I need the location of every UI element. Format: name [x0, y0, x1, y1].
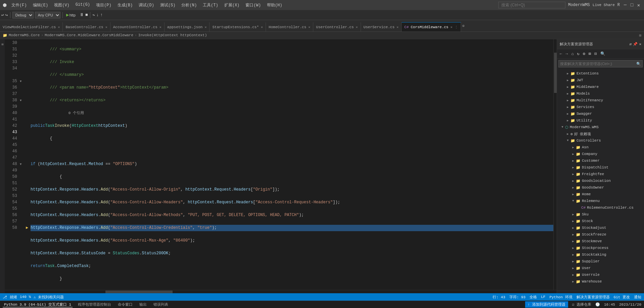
tree-expand-icon[interactable]: ▶ [565, 99, 570, 102]
scrollbar-thumb[interactable] [554, 53, 557, 93]
tree-deps[interactable]: ▶ ⚙ 好 依赖项 [557, 131, 644, 137]
tab-startupextensions[interactable]: StartupExtensions.cs* ✕ [210, 22, 266, 32]
tab-package-manager[interactable]: 程序包管理器控制台 [77, 302, 112, 307]
rp-h-scrollbar[interactable] [557, 291, 644, 293]
fold-36[interactable]: ▼ [20, 78, 25, 85]
tree-expand-icon[interactable]: ▶ [570, 179, 576, 183]
undo-icon[interactable]: ↩ [1, 12, 4, 18]
step-over-icon[interactable]: ↷ [92, 12, 95, 18]
tree-expand-icon[interactable]: ▶ [570, 186, 576, 190]
tree-expand-icon[interactable]: ▶ [570, 253, 576, 257]
panel-sync-icon[interactable]: ⇄ [630, 42, 632, 46]
account-icon[interactable]: R [617, 3, 620, 7]
redo-icon[interactable]: ↪ [5, 12, 8, 18]
tab-output[interactable]: 输出 [138, 302, 148, 307]
menu-build[interactable]: 生成(B) [115, 2, 136, 9]
menu-window[interactable]: 窗口(W) [243, 2, 264, 9]
tree-expand-icon[interactable]: ▼ [570, 199, 576, 203]
tree-supplier[interactable]: ▶ 📁 Supplier [557, 258, 644, 265]
tree-expand-icon[interactable]: ▶ [570, 172, 576, 176]
status-notifications[interactable]: 通知 [634, 295, 641, 300]
stop-icon[interactable]: ■ [85, 12, 88, 17]
tab-appsettings[interactable]: appsettings.json ✕ [165, 22, 210, 32]
select-platform-button[interactable]: ☑ 选择仓库 [572, 302, 591, 307]
global-search-input[interactable] [498, 2, 565, 8]
solution-search-box[interactable]: 🔍 [558, 60, 643, 67]
tab-close-icon[interactable]: ✕ [397, 25, 399, 29]
tree-goodslocation[interactable]: ▶ 📁 Goodslocation [557, 177, 644, 184]
tab-basecontroller[interactable]: BaseController.cs ✕ [63, 22, 110, 32]
tree-userrole[interactable]: ▶ 📁 Userrole [557, 271, 644, 278]
menu-extensions[interactable]: 扩展(X) [222, 2, 242, 9]
tree-multitenancy[interactable]: ▶ 📁 MultiTenancy [557, 97, 644, 104]
breadcrumb-namespace[interactable]: ModernWMS.Core.Middleware.CorsMiddleware [45, 33, 133, 37]
tree-services[interactable]: ▶ 📁 Services [557, 104, 644, 110]
maximize-button[interactable]: □ [629, 2, 635, 8]
tree-expand-icon[interactable]: ▶ [565, 132, 570, 136]
tab-userservice[interactable]: UserService.cs ✕ [361, 22, 402, 32]
tree-sku[interactable]: ▶ 📁 Sku [557, 211, 644, 218]
tab-error-list[interactable]: 错误列表 [152, 302, 170, 307]
code-content[interactable]: /// <summary> /// Invoke /// </summary> … [25, 39, 553, 290]
fold-39[interactable]: ▼ [20, 97, 25, 104]
tree-freightfee[interactable]: ▶ 📁 Freightfee [557, 171, 644, 177]
tree-expand-icon[interactable]: ▶ [570, 213, 576, 216]
tree-expand-icon[interactable]: ▶ [570, 260, 576, 263]
tree-expand-icon[interactable]: ▶ [565, 79, 570, 82]
tree-expand-icon[interactable]: ▶ [570, 193, 576, 196]
tree-expand-icon[interactable]: ▶ [570, 266, 576, 270]
tree-stocktaking[interactable]: ▶ 📁 Stocktaking [557, 251, 644, 258]
activity-bar-item[interactable]: ≡ [0, 43, 4, 46]
tree-modernwms-wms[interactable]: ▼ ⬡ ModernWMS.WMS [557, 124, 644, 131]
menu-file[interactable]: 文件(F) [9, 2, 30, 9]
tab-corsmiddleware[interactable]: C# CorsMiddleware.cs ✕ ⋮ [402, 22, 461, 32]
tree-controllers[interactable]: ▼ 📁 Controllers [557, 137, 644, 144]
menu-help[interactable]: 帮助(H) [264, 2, 285, 9]
tree-expand-icon[interactable]: ▶ [570, 273, 576, 277]
tree-expand-icon[interactable]: ▶ [570, 219, 576, 223]
rp-filter-icon[interactable]: ⊞ [587, 51, 592, 57]
tab-homecontroller[interactable]: HomeController.cs ✕ [266, 22, 313, 32]
tree-expand-icon[interactable]: ▶ [570, 152, 576, 156]
tab-close-icon[interactable]: ✕ [105, 25, 107, 29]
breadcrumb-method[interactable]: Invoke(HttpContext httpContext) [138, 33, 207, 37]
step-out-icon[interactable]: ↑ [100, 12, 103, 17]
tree-user[interactable]: ▶ 📁 User [557, 265, 644, 271]
tab-command[interactable]: 命令窗口 [117, 302, 134, 307]
panel-pin-icon[interactable]: 📌 [633, 42, 638, 46]
horizontal-scrollbar[interactable] [5, 290, 557, 293]
tree-stockprocess[interactable]: ▶ 📁 Stockprocess [557, 245, 644, 251]
tree-expand-icon[interactable]: ▶ [565, 119, 570, 122]
tree-expand-icon[interactable]: ▼ [560, 125, 565, 129]
tree-stockadjust[interactable]: ▶ 📁 Stockadjust [557, 224, 644, 231]
tab-accountcontroller[interactable]: AccountController.cs ✕ [110, 22, 165, 32]
tab-python-terminal[interactable]: Python 3.9 (64-bit) 交互式窗口 1 [3, 302, 73, 307]
tree-warehouse[interactable]: ▶ 📁 Warehouse [557, 278, 644, 285]
tree-expand-icon[interactable]: ▶ [565, 112, 570, 116]
tree-expand-icon[interactable]: ▶ [570, 240, 576, 243]
vertical-scrollbar[interactable] [553, 39, 557, 290]
tree-expand-icon[interactable]: ▶ [570, 226, 576, 230]
add-code-source-button[interactable]: ↑ 添加到源代码管理器 [525, 301, 568, 308]
tab-overflow-icon[interactable]: ⊕ [462, 23, 465, 29]
rp-expand-icon[interactable]: ⊡ [593, 51, 598, 57]
tree-goodsowner[interactable]: ▶ 📁 GoodsOwner [557, 184, 644, 191]
rp-search-icon[interactable]: 🔍 [599, 51, 607, 57]
close-button[interactable]: ✕ [636, 2, 641, 8]
tab-close-icon[interactable]: ✕ [159, 25, 162, 29]
solution-search-button[interactable]: 🔍 [635, 62, 642, 66]
expand-icon[interactable]: ⊞ [636, 33, 644, 38]
tree-models[interactable]: ▶ 📁 Models [557, 90, 644, 97]
tree-expand-icon[interactable]: ▶ [565, 85, 570, 89]
panel-close-icon[interactable]: ✕ [639, 42, 641, 46]
tree-company[interactable]: ▶ 📁 Company [557, 151, 644, 157]
minimize-button[interactable]: ─ [623, 2, 628, 8]
menu-analyze[interactable]: 分析(N) [179, 2, 199, 9]
tab-viewmodelactionfilter[interactable]: ViewModelActionFilter.cs ✕ [0, 22, 63, 32]
fold-49[interactable]: ▼ [20, 161, 25, 167]
tree-asn[interactable]: ▶ 📁 Asn [557, 144, 644, 151]
menu-project[interactable]: 项目(P) [93, 2, 114, 9]
tree-home[interactable]: ▶ 📁 Home [557, 191, 644, 198]
tree-expand-icon[interactable]: ▼ [565, 139, 570, 142]
tree-expand-icon[interactable]: ▶ [570, 159, 576, 163]
